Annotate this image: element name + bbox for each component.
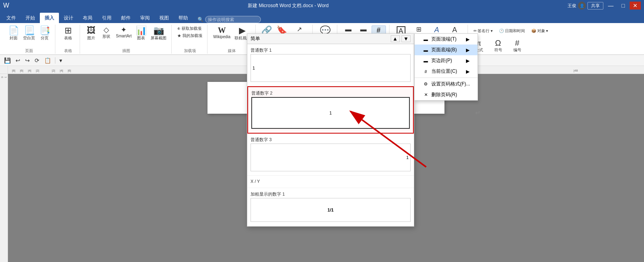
menu-header-top-label: 页面顶端(T) bbox=[431, 36, 456, 43]
group-label-table: 表格 bbox=[64, 48, 72, 54]
btn-page-break[interactable]: 📑 分页 bbox=[37, 25, 52, 42]
svg-text:|4|: |4| bbox=[60, 69, 63, 72]
tab-mail[interactable]: 邮件 bbox=[116, 13, 135, 23]
page-number-option-2[interactable]: 普通数字 2 1 bbox=[247, 86, 414, 134]
btn-get-addins[interactable]: ⊕ 获取加载项 bbox=[176, 25, 204, 32]
submenu-arrow-4: ▶ bbox=[466, 69, 470, 74]
svg-text:|2|: |2| bbox=[52, 69, 55, 72]
btn-shape[interactable]: ◇ 形状 bbox=[99, 25, 114, 40]
restore-button[interactable]: □ bbox=[619, 2, 628, 10]
cursor-marker: ↵ bbox=[475, 109, 480, 116]
header-icon: ▬ bbox=[423, 36, 429, 43]
btn-chart[interactable]: 📊 图表 bbox=[134, 25, 148, 42]
menu-item-footer-bottom[interactable]: ▬ 页面底端(B) ▶ bbox=[415, 45, 478, 55]
menu-current-pos-label: 当前位置(C) bbox=[431, 68, 457, 75]
btn-blank-page[interactable]: 📃 空白页 bbox=[22, 25, 37, 42]
share-label[interactable]: 共享 bbox=[587, 2, 603, 10]
btn-customize-toolbar[interactable]: ▾ bbox=[58, 56, 64, 64]
dropdown-title: 简单 bbox=[251, 35, 260, 42]
menu-item-margin[interactable]: ▬ 页边距(P) ▶ bbox=[415, 55, 478, 66]
group-label-illustration: 插图 bbox=[122, 48, 130, 54]
minimize-button[interactable]: — bbox=[605, 2, 617, 10]
tab-view[interactable]: 视图 bbox=[155, 13, 174, 23]
menu-item-current-pos[interactable]: # 当前位置(C) ▶ bbox=[415, 66, 478, 77]
optionbold1-preview: 1/1 bbox=[251, 198, 411, 222]
tab-design[interactable]: 设计 bbox=[59, 13, 78, 23]
btn-picture[interactable]: 🖼 图片 bbox=[84, 25, 98, 42]
menu-format-label: 设置页码格式(F)... bbox=[431, 81, 470, 87]
ribbon-group-illustration: 🖼 图片 ◇ 形状 ✦ SmartArt 📊 图表 📷 屏幕截图 插图 bbox=[81, 25, 172, 54]
user-avatar[interactable]: 👤 bbox=[578, 2, 586, 10]
option3-preview: 1 bbox=[251, 144, 411, 171]
remove-icon: ✕ bbox=[423, 92, 429, 98]
menu-item-format[interactable]: ⚙ 设置页码格式(F)... bbox=[415, 79, 478, 89]
btn-symbol[interactable]: Ω 符号 bbox=[491, 38, 505, 54]
search-input[interactable] bbox=[205, 16, 261, 23]
tab-home[interactable]: 开始 bbox=[21, 13, 40, 23]
vertical-ruler: 1234111213141516171819110111112113 bbox=[0, 74, 8, 262]
btn-table[interactable]: ⊞ 表格 bbox=[61, 25, 75, 42]
dropdown-scroll-down[interactable]: ▼ bbox=[401, 35, 411, 42]
user-name: 王俊 bbox=[568, 3, 576, 9]
option1-label: 普通数字 1 bbox=[251, 47, 411, 53]
ribbon-group-addins: ⊕ 获取加载项 ★ 我的加载项 加载项 bbox=[172, 25, 207, 54]
ribbon-search-area: 🔍 bbox=[198, 16, 261, 23]
menu-item-remove[interactable]: ✕ 删除页码(R) bbox=[415, 89, 478, 100]
title-bar-controls: 王俊 👤 共享 — □ ✕ bbox=[568, 2, 641, 10]
page-number-option-1[interactable]: 普通数字 1 1 bbox=[247, 44, 414, 86]
btn-screenshot[interactable]: 📷 屏幕截图 bbox=[149, 25, 168, 42]
tab-references[interactable]: 引用 bbox=[97, 13, 116, 23]
submenu-arrow-3: ▶ bbox=[466, 58, 470, 64]
title-bar: W 新建 Microsoft Word 文档.docx - Word 王俊 👤 … bbox=[0, 0, 644, 11]
btn-wikipedia[interactable]: W Wikipedia bbox=[211, 25, 232, 40]
svg-text:|48: |48 bbox=[574, 69, 578, 72]
page-number-option-3[interactable]: 普通数字 3 1 bbox=[247, 134, 414, 176]
page-number-dropdown: 简单 ▲ ▼ 普通数字 1 1 普通数字 2 1 普通数字 3 1 X / Y … bbox=[247, 33, 414, 227]
svg-text:|8|: |8| bbox=[12, 69, 16, 72]
svg-text:|6|: |6| bbox=[68, 69, 71, 72]
current-pos-icon: # bbox=[423, 68, 429, 75]
btn-object[interactable]: 📦 对象 ▾ bbox=[530, 27, 550, 35]
menu-item-header-top[interactable]: ▬ 页面顶端(T) ▶ bbox=[415, 34, 478, 45]
optionbold1-label: 加粗显示的数字 1 bbox=[251, 191, 411, 197]
tab-layout[interactable]: 布局 bbox=[78, 13, 97, 23]
option2-preview: 1 bbox=[251, 97, 410, 129]
tab-file[interactable]: 文件 bbox=[2, 13, 21, 23]
group-label-addins: 加载项 bbox=[184, 48, 196, 54]
page-number-option-bold1[interactable]: 加粗显示的数字 1 1/1 bbox=[247, 188, 414, 226]
btn-undo[interactable]: ↩ bbox=[14, 56, 22, 64]
btn-number[interactable]: # 编号 bbox=[510, 38, 525, 54]
group-label-page: 页面 bbox=[25, 48, 33, 54]
btn-date-time[interactable]: 🕐 日期和时间 bbox=[497, 27, 527, 35]
tab-insert[interactable]: 插入 bbox=[40, 13, 59, 23]
tab-help[interactable]: 帮助 bbox=[174, 13, 193, 23]
menu-footer-bottom-label: 页面底端(B) bbox=[431, 47, 457, 53]
ribbon-group-page: 📄 封面 📃 空白页 📑 分页 页面 bbox=[3, 25, 55, 54]
btn-print-preview[interactable]: 📋 bbox=[43, 56, 53, 64]
submenu-arrow-2: ▶ bbox=[466, 47, 470, 53]
btn-smartart[interactable]: ✦ SmartArt bbox=[114, 25, 133, 39]
page-number-option-xy[interactable]: X / Y bbox=[247, 176, 414, 188]
title-bar-title: 新建 Microsoft Word 文档.docx - Word bbox=[9, 2, 567, 9]
btn-save[interactable]: 💾 bbox=[2, 56, 12, 64]
footer-icon: ▬ bbox=[423, 47, 429, 53]
menu-separator bbox=[415, 78, 478, 78]
dropdown-header: 简单 ▲ ▼ bbox=[247, 34, 414, 44]
ribbon-group-table: ⊞ 表格 表格 bbox=[56, 25, 80, 54]
tab-review[interactable]: 审阅 bbox=[135, 13, 155, 23]
btn-redo[interactable]: ↪ bbox=[23, 56, 31, 64]
optionxy-label: X / Y bbox=[251, 179, 411, 184]
group-label-media: 媒体 bbox=[228, 48, 236, 54]
submenu-arrow-1: ▶ bbox=[466, 37, 470, 42]
option1-preview: 1 bbox=[251, 54, 411, 82]
close-button[interactable]: ✕ bbox=[630, 2, 641, 10]
format-icon: ⚙ bbox=[423, 81, 429, 87]
option2-label: 普通数字 2 bbox=[251, 90, 410, 96]
btn-refresh[interactable]: ⟳ bbox=[33, 56, 41, 64]
btn-my-addins[interactable]: ★ 我的加载项 bbox=[176, 33, 204, 39]
dropdown-scroll-up[interactable]: ▲ bbox=[391, 35, 400, 42]
ruler-corner bbox=[0, 66, 8, 74]
svg-text:|2|: |2| bbox=[36, 69, 39, 72]
btn-cover[interactable]: 📄 封面 bbox=[6, 25, 21, 42]
toolbar-separator bbox=[55, 57, 55, 64]
